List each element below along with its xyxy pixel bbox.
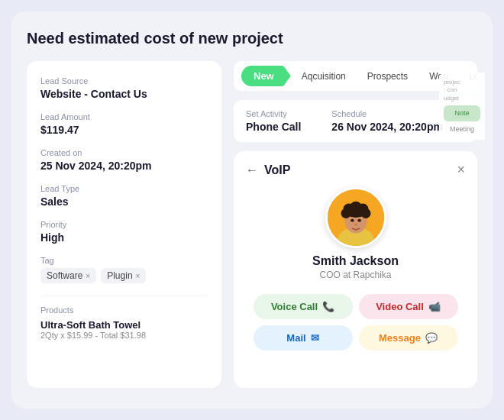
lead-amount-value: $119.47 xyxy=(40,124,208,136)
left-card: Lead Source Website - Contact Us Lead Am… xyxy=(27,61,221,388)
peek-project-text: projec: conudget xyxy=(444,79,480,102)
tag-label: Tag xyxy=(40,256,208,265)
tab-new[interactable]: New xyxy=(241,66,291,86)
created-on-group: Created on 25 Nov 2024, 20:20pm xyxy=(40,148,208,172)
lead-type-label: Lead Type xyxy=(40,184,208,193)
schedule-label: Schedule xyxy=(331,109,443,118)
lead-source-label: Lead Source xyxy=(40,76,208,86)
mail-button[interactable]: Mail ✉ xyxy=(254,325,353,351)
voip-header: ← VoIP × xyxy=(246,162,465,178)
tab-new-label: New xyxy=(254,70,274,82)
products-section: Products Ultra-Soft Bath Towel 2Qty x $1… xyxy=(40,296,208,340)
tab-acquisition[interactable]: Aqcuisition xyxy=(291,66,357,86)
svg-point-12 xyxy=(354,224,357,226)
video-call-icon: 📹 xyxy=(428,301,441,312)
product-detail: 2Qty x $15.99 - Total $31.98 xyxy=(40,331,208,340)
message-label: Message xyxy=(379,332,421,344)
main-container: Need estimated cost of new project Lead … xyxy=(11,11,493,409)
contact-role: COO at Rapchika xyxy=(319,270,391,280)
priority-label: Priority xyxy=(40,220,208,229)
voice-call-label: Voice Call xyxy=(271,301,318,312)
lead-type-group: Lead Type Sales xyxy=(40,184,208,208)
product-name: Ultra-Soft Bath Towel xyxy=(40,319,208,331)
svg-point-10 xyxy=(351,219,354,222)
schedule-value: 26 Nov 2024, 20:20pm xyxy=(331,121,443,133)
voip-back-icon[interactable]: ← xyxy=(246,163,258,177)
voip-title: VoIP xyxy=(264,163,290,177)
lead-amount-group: Lead Amount $119.47 xyxy=(40,112,208,136)
created-on-label: Created on xyxy=(40,148,208,157)
tags-row: Software × Plugin × xyxy=(40,268,208,283)
tag-group: Tag Software × Plugin × xyxy=(40,256,208,283)
mail-icon: ✉ xyxy=(311,332,319,344)
svg-point-11 xyxy=(357,219,361,222)
peek-note-button[interactable]: Note xyxy=(444,105,480,121)
voice-call-button[interactable]: Voice Call 📞 xyxy=(254,294,353,319)
svg-point-9 xyxy=(349,202,362,215)
schedule-item: Schedule 26 Nov 2024, 20:20pm xyxy=(331,109,443,133)
avatar xyxy=(325,187,386,248)
mail-label: Mail xyxy=(286,332,305,344)
voice-call-icon: 📞 xyxy=(322,301,334,312)
voip-nav: ← VoIP xyxy=(246,163,290,177)
message-button[interactable]: Message 💬 xyxy=(359,325,458,351)
set-activity-item: Set Activity Phone Call xyxy=(246,109,301,133)
page-title: Need estimated cost of new project xyxy=(27,30,477,47)
contact-name: Smith Jackson xyxy=(312,254,399,268)
voip-actions: Voice Call 📞 Video Call 📹 Mail ✉ xyxy=(246,294,465,351)
right-peek-panel: projec: conudget Note Meeting xyxy=(439,73,485,140)
set-activity-value: Phone Call xyxy=(246,121,301,133)
lead-source-group: Lead Source Website - Contact Us xyxy=(40,76,208,100)
voip-avatar-area: Smith Jackson COO at Rapchika xyxy=(246,187,465,280)
priority-value: High xyxy=(40,231,208,244)
tag-plugin-close-icon[interactable]: × xyxy=(136,272,141,280)
content-area: Lead Source Website - Contact Us Lead Am… xyxy=(27,61,477,388)
tag-plugin[interactable]: Plugin × xyxy=(101,268,146,283)
lead-amount-label: Lead Amount xyxy=(40,112,208,121)
voip-card: ← VoIP × xyxy=(234,151,477,388)
tag-software-close-icon[interactable]: × xyxy=(86,272,90,280)
avatar-image xyxy=(328,187,384,248)
created-on-value: 25 Nov 2024, 20:20pm xyxy=(40,160,208,172)
products-label: Products xyxy=(40,305,208,315)
priority-group: Priority High xyxy=(40,220,208,244)
set-activity-label: Set Activity xyxy=(246,109,301,118)
tag-software[interactable]: Software × xyxy=(40,268,96,283)
voip-close-icon[interactable]: × xyxy=(457,162,465,178)
tab-prospects[interactable]: Prospects xyxy=(357,66,418,86)
message-icon: 💬 xyxy=(425,332,438,344)
lead-type-value: Sales xyxy=(40,195,208,208)
voip-actions-row-1: Voice Call 📞 Video Call 📹 xyxy=(246,294,465,319)
peek-meeting-button[interactable]: Meeting xyxy=(444,124,480,134)
voip-actions-row-2: Mail ✉ Message 💬 xyxy=(246,325,465,351)
video-call-label: Video Call xyxy=(376,301,424,312)
video-call-button[interactable]: Video Call 📹 xyxy=(359,294,458,319)
lead-source-value: Website - Contact Us xyxy=(40,88,208,100)
